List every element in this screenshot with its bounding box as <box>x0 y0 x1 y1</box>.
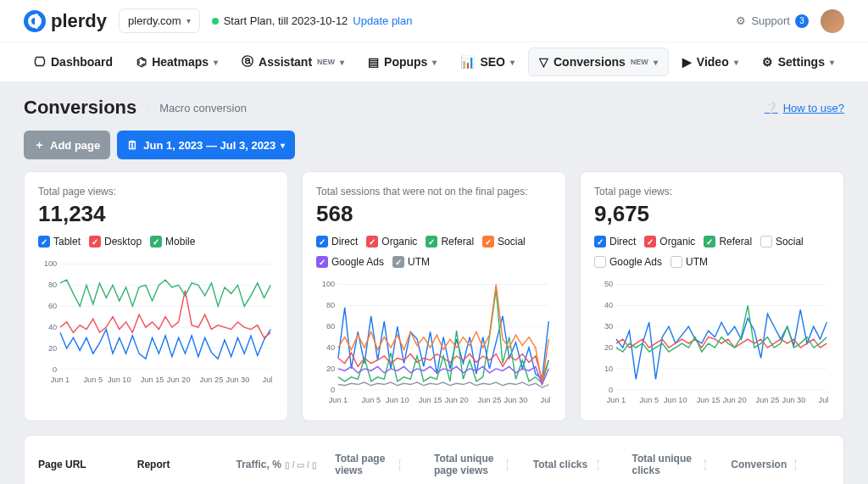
legend-item[interactable]: ✓Google Ads <box>316 256 384 268</box>
popup-icon: ▤ <box>368 55 379 69</box>
svg-text:40: 40 <box>604 301 613 309</box>
chart-legend: ✓Tablet✓Desktop✓Mobile <box>38 236 274 248</box>
svg-text:Jun 30: Jun 30 <box>782 396 806 404</box>
chart-legend: ✓Direct✓Organic✓Referal✓Social✓Google Ad… <box>594 236 830 268</box>
help-icon: ❔ <box>765 102 778 114</box>
chevron-down-icon: ▾ <box>432 58 437 67</box>
th-unique-clicks[interactable]: Total unique clicks↑↓ <box>632 453 732 476</box>
page-title: Conversions <box>24 97 136 119</box>
th-views[interactable]: Total page views↑↓ <box>335 453 434 476</box>
legend-item[interactable]: ✓Organic <box>366 236 417 248</box>
legend-item[interactable]: ✓Referal <box>704 236 752 248</box>
update-plan-link[interactable]: Update plan <box>353 14 412 27</box>
metric-label: Total sessions that were not on the fina… <box>316 186 552 197</box>
svg-text:Jun 5: Jun 5 <box>361 396 381 404</box>
main-nav: 🖵Dashboard ⌬Heatmaps▾ ⓐAssistantNEW▾ ▤Po… <box>0 42 868 81</box>
topbar: plerdy plerdy.com ▾ Start Plan, till 202… <box>0 0 868 42</box>
svg-text:Jul 1: Jul 1 <box>263 376 274 384</box>
nav-assistant[interactable]: ⓐAssistantNEW▾ <box>231 42 354 81</box>
sort-icon: ↑↓ <box>793 459 798 470</box>
th-conversion[interactable]: Conversion↑↓ <box>731 459 830 470</box>
svg-text:Jun 5: Jun 5 <box>83 376 103 384</box>
svg-text:Jul 1: Jul 1 <box>541 396 552 404</box>
checkbox-icon: ✓ <box>366 236 378 248</box>
checkbox-icon: ✓ <box>392 256 404 268</box>
how-to-use-link[interactable]: ❔How to use? <box>765 102 844 114</box>
svg-text:Jun 10: Jun 10 <box>386 396 409 404</box>
chevron-down-icon: ▾ <box>214 58 218 67</box>
th-report[interactable]: Report <box>137 459 236 470</box>
brand-logo[interactable]: plerdy <box>24 10 107 32</box>
svg-text:Jun 1: Jun 1 <box>51 376 70 384</box>
legend-item[interactable]: ✓Social <box>482 236 526 248</box>
domain-selector[interactable]: plerdy.com ▾ <box>119 8 200 33</box>
line-chart: 020406080100Jun 1Jun 5Jun 10Jun 15Jun 20… <box>38 256 274 392</box>
nav-popups[interactable]: ▤Popups▾ <box>358 42 447 81</box>
svg-text:80: 80 <box>48 281 57 289</box>
th-clicks[interactable]: Total clicks↑↓ <box>533 459 632 470</box>
nav-heatmaps[interactable]: ⌬Heatmaps▾ <box>126 42 228 81</box>
metric-value: 11,234 <box>38 201 274 227</box>
legend-item[interactable]: ✓Google Ads <box>594 256 662 268</box>
metric-card-2: Total page views:9,675✓Direct✓Organic✓Re… <box>580 171 844 421</box>
legend-item[interactable]: ✓Tablet <box>38 236 81 248</box>
nav-dashboard[interactable]: 🖵Dashboard <box>24 42 123 81</box>
legend-item[interactable]: ✓Direct <box>594 236 636 248</box>
legend-item[interactable]: ✓Social <box>760 236 804 248</box>
nav-settings[interactable]: ⚙Settings▾ <box>752 42 844 81</box>
line-chart: 01020304050Jun 1Jun 5Jun 10Jun 15Jun 20J… <box>594 276 830 412</box>
brand-name: plerdy <box>51 10 107 32</box>
support-link[interactable]: ⚙︎ Support 3 <box>736 14 809 28</box>
svg-text:100: 100 <box>44 259 57 268</box>
support-icon: ⚙︎ <box>736 14 746 27</box>
chevron-down-icon: ▾ <box>510 58 515 67</box>
legend-item[interactable]: ✓Direct <box>316 236 358 248</box>
th-page-url[interactable]: Page URL <box>38 459 137 470</box>
checkbox-icon: ✓ <box>760 236 772 248</box>
chevron-down-icon: ▾ <box>734 58 738 67</box>
cards-row: Total page views:11,234✓Tablet✓Desktop✓M… <box>24 171 844 421</box>
svg-text:Jun 15: Jun 15 <box>419 396 442 404</box>
svg-text:40: 40 <box>326 343 335 352</box>
sort-icon: ↑↓ <box>398 459 402 470</box>
svg-text:20: 20 <box>48 344 57 353</box>
ai-icon: ⓐ <box>242 54 253 70</box>
add-page-button[interactable]: ＋Add page <box>24 131 110 159</box>
svg-text:20: 20 <box>326 364 335 373</box>
chevron-down-icon: ▾ <box>186 16 191 25</box>
legend-item[interactable]: ✓Mobile <box>150 236 195 248</box>
bars-icon: 📊 <box>460 55 475 69</box>
legend-item[interactable]: ✓Referal <box>426 236 474 248</box>
svg-text:60: 60 <box>48 302 57 310</box>
plan-info: Start Plan, till 2023-10-12 Update plan <box>212 14 413 27</box>
th-unique-views[interactable]: Total unique page views↑↓ <box>434 453 533 476</box>
metric-label: Total page views: <box>38 186 274 197</box>
svg-text:100: 100 <box>322 280 335 288</box>
svg-text:Jun 5: Jun 5 <box>639 396 659 404</box>
sort-icon: ↑↓ <box>596 459 600 470</box>
svg-text:50: 50 <box>604 280 613 288</box>
nav-video[interactable]: ▶Video▾ <box>672 42 748 81</box>
sort-icon: ↑↓ <box>704 459 708 470</box>
legend-item[interactable]: ✓Organic <box>644 236 695 248</box>
legend-item[interactable]: ✓UTM <box>670 256 708 268</box>
svg-text:Jun 1: Jun 1 <box>329 396 348 404</box>
nav-seo[interactable]: 📊SEO▾ <box>450 42 525 81</box>
svg-text:10: 10 <box>604 364 613 373</box>
support-label: Support <box>751 14 790 27</box>
legend-item[interactable]: ✓Desktop <box>89 236 142 248</box>
svg-text:Jun 30: Jun 30 <box>504 396 528 404</box>
chevron-down-icon: ▾ <box>281 141 285 150</box>
checkbox-icon: ✓ <box>89 236 101 248</box>
th-traffic[interactable]: Traffic, % ▯ / ▭ / ▯ <box>236 459 336 470</box>
svg-text:Jun 1: Jun 1 <box>607 396 626 404</box>
nav-conversions[interactable]: ▽ConversionsNEW▾ <box>528 47 669 76</box>
svg-text:0: 0 <box>53 365 57 374</box>
legend-item[interactable]: ✓UTM <box>392 256 430 268</box>
avatar[interactable] <box>821 9 844 33</box>
date-range-button[interactable]: 🗓Jun 1, 2023 — Jul 3, 2023▾ <box>117 131 295 159</box>
svg-text:Jun 30: Jun 30 <box>226 376 250 384</box>
svg-text:40: 40 <box>48 323 57 331</box>
metric-card-0: Total page views:11,234✓Tablet✓Desktop✓M… <box>24 171 288 421</box>
plan-text: Start Plan, till 2023-10-12 <box>224 14 348 27</box>
